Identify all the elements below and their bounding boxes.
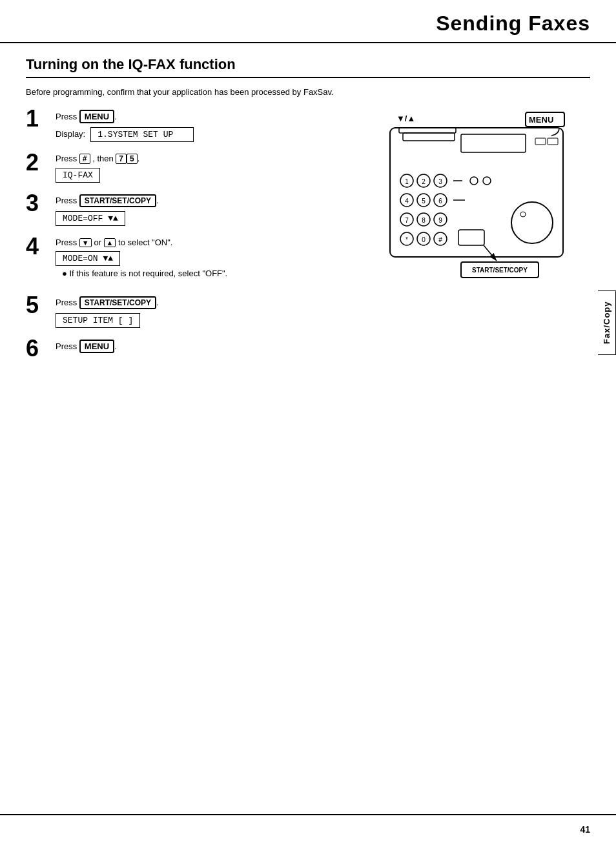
step-2-content: Press # , then 75. IQ-FAX: [56, 154, 371, 183]
step-4-content: Press ▼ or ▲ to select "ON". MODE=ON ▼▲ …: [56, 238, 371, 285]
steps-column: 1 Press MENU. Display: 1.SYSTEM SET UP 2: [26, 110, 371, 372]
intro-text: Before programming, confirm that your ap…: [26, 87, 590, 97]
step-5-press: Press: [56, 298, 77, 307]
side-tab: Fax/Copy: [598, 290, 616, 355]
svg-text:MENU: MENU: [529, 115, 553, 125]
page-title: Sending Faxes: [26, 12, 590, 36]
step-5-content: Press START/SET/COPY. SETUP ITEM [ ]: [56, 296, 371, 328]
step-1-press: Press: [56, 112, 77, 121]
step-3-number: 3: [26, 192, 49, 215]
step-1-content: Press MENU. Display: 1.SYSTEM SET UP: [56, 110, 371, 142]
step-3-content: Press START/SET/COPY. MODE=OFF ▼▲: [56, 194, 371, 226]
step-5-text: Press START/SET/COPY.: [56, 296, 371, 309]
key-7-button[interactable]: 7: [116, 154, 127, 164]
step-6-number: 6: [26, 337, 49, 360]
step-4-number: 4: [26, 235, 49, 258]
up-arrow-button[interactable]: ▲: [104, 238, 116, 247]
svg-text:7: 7: [405, 217, 409, 224]
step-4: 4 Press ▼ or ▲ to select "ON". MODE=ON ▼…: [26, 238, 371, 285]
step-1: 1 Press MENU. Display: 1.SYSTEM SET UP: [26, 110, 371, 142]
step-1-text: Press MENU.: [56, 110, 371, 123]
step-6-text: Press MENU.: [56, 340, 371, 353]
step-3-text: Press START/SET/COPY.: [56, 194, 371, 207]
step-3: 3 Press START/SET/COPY. MODE=OFF ▼▲: [26, 194, 371, 226]
svg-text:3: 3: [438, 178, 442, 185]
step-2-display: IQ-FAX: [56, 168, 100, 183]
svg-text:4: 4: [405, 198, 409, 205]
svg-text:8: 8: [422, 217, 426, 224]
step-2-display-row: IQ-FAX: [56, 167, 371, 183]
menu-button-6[interactable]: MENU: [79, 340, 114, 353]
step-4-display-row: MODE=ON ▼▲: [56, 250, 371, 266]
svg-point-37: [520, 212, 526, 217]
page-content: Turning on the IQ-FAX function Before pr…: [0, 43, 616, 398]
step-5-number: 5: [26, 294, 49, 317]
step-4-press: Press: [56, 238, 77, 247]
svg-text:0: 0: [422, 236, 426, 243]
svg-text:▼/▲: ▼/▲: [396, 114, 415, 123]
step-5: 5 Press START/SET/COPY. SETUP ITEM [ ]: [26, 296, 371, 328]
menu-button-1[interactable]: MENU: [79, 110, 114, 123]
step-4-display: MODE=ON ▼▲: [56, 251, 120, 266]
start-button-5[interactable]: START/SET/COPY: [79, 296, 156, 309]
step-2-then: , then: [92, 154, 114, 163]
svg-text:*: *: [406, 236, 408, 243]
step-3-display-row: MODE=OFF ▼▲: [56, 210, 371, 226]
step-1-display: 1.SYSTEM SET UP: [90, 127, 194, 142]
step-2-press: Press: [56, 154, 77, 163]
step-4-text: Press ▼ or ▲ to select "ON".: [56, 238, 371, 247]
svg-rect-38: [458, 230, 484, 245]
step-1-display-label: Display:: [56, 129, 85, 139]
step-6-press: Press: [56, 341, 77, 351]
start-button-3[interactable]: START/SET/COPY: [79, 194, 156, 207]
step-1-display-row: Display: 1.SYSTEM SET UP: [56, 126, 371, 142]
section-title: Turning on the IQ-FAX function: [26, 56, 590, 78]
two-col-layout: 1 Press MENU. Display: 1.SYSTEM SET UP 2: [26, 110, 590, 372]
footer-line: [0, 814, 616, 815]
step-2-text: Press # , then 75.: [56, 154, 371, 164]
step-5-display-row: SETUP ITEM [ ]: [56, 312, 371, 328]
svg-text:5: 5: [422, 198, 426, 205]
step-4-or: or: [94, 238, 101, 247]
key-5-button[interactable]: 5: [127, 154, 138, 164]
fax-machine-svg: ▼/▲ MENU 1 2 3: [384, 110, 577, 316]
step-1-number: 1: [26, 107, 49, 130]
svg-text:6: 6: [438, 198, 442, 205]
svg-text:9: 9: [438, 217, 442, 224]
step-2-number: 2: [26, 151, 49, 174]
step-2: 2 Press # , then 75. IQ-FAX: [26, 154, 371, 183]
step-4-note: ● If this feature is not required, selec…: [56, 269, 371, 278]
svg-text:START/SET/COPY: START/SET/COPY: [472, 267, 528, 274]
step-6: 6 Press MENU.: [26, 340, 371, 360]
down-arrow-button[interactable]: ▼: [79, 238, 92, 247]
svg-text:2: 2: [422, 178, 426, 185]
svg-text:#: #: [438, 236, 442, 243]
step-5-display: SETUP ITEM [ ]: [56, 313, 140, 328]
svg-point-36: [511, 202, 553, 243]
fax-diagram: ▼/▲ MENU 1 2 3: [384, 110, 590, 372]
step-3-press: Press: [56, 196, 77, 205]
hash-button[interactable]: #: [79, 154, 90, 164]
page-number: 41: [580, 824, 590, 835]
svg-rect-5: [461, 134, 526, 152]
page-header: Sending Faxes: [0, 0, 616, 43]
step-6-content: Press MENU.: [56, 340, 371, 356]
step-3-display: MODE=OFF ▼▲: [56, 211, 125, 226]
svg-text:1: 1: [405, 178, 409, 185]
